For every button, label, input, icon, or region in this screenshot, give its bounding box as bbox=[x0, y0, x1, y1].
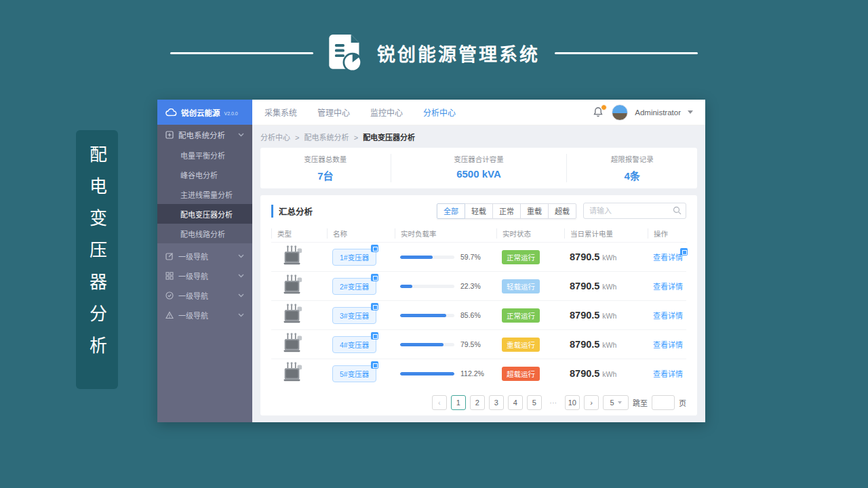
tag-badge-icon bbox=[371, 361, 378, 369]
breadcrumb-distribution-analysis[interactable]: 配电系统分析 bbox=[304, 134, 349, 142]
view-details-link[interactable]: 查看详情 bbox=[653, 339, 683, 350]
table-row: 4#变压器 79.5% 重载运行 8790.5kWh bbox=[271, 329, 686, 359]
transformer-name-button[interactable]: 1#变压器 bbox=[332, 249, 376, 266]
view-details-link[interactable]: 查看详情 bbox=[653, 251, 683, 262]
pagination-page-10[interactable]: 10 bbox=[565, 395, 580, 410]
search-input[interactable] bbox=[583, 203, 686, 219]
stat-value: 4条 bbox=[567, 168, 697, 182]
status-badge: 超载运行 bbox=[502, 367, 540, 381]
energy-value: 8790.5 bbox=[570, 310, 599, 321]
energy-unit: kWh bbox=[602, 283, 616, 291]
load-percentage: 85.6% bbox=[460, 311, 481, 319]
sidebar-item-main-line-demand[interactable]: 主进线需量分析 bbox=[157, 184, 252, 204]
user-menu-caret-icon[interactable] bbox=[688, 110, 693, 114]
select-caret-icon bbox=[618, 401, 622, 404]
summary-title: 汇总分析 bbox=[271, 205, 313, 218]
content-area: 分析中心 > 配电系统分析 > 配电变压器分析 变压器总数量 7台 变压器合计容… bbox=[252, 125, 705, 422]
dashboard-window: 锐创云能源 V2.0.0 配电系统分析 电量平衡分析 峰谷电分析 主进线需量分析… bbox=[157, 100, 705, 422]
energy-value: 8790.5 bbox=[570, 339, 599, 350]
load-percentage: 112.2% bbox=[460, 369, 484, 378]
page-title: 锐创能源管理系统 bbox=[377, 40, 540, 66]
sidebar-nav-list: 一级导航 一级导航 bbox=[157, 243, 252, 325]
column-load-rate: 实时负载率 bbox=[395, 228, 496, 239]
tab-monitoring-center[interactable]: 监控中心 bbox=[370, 106, 403, 118]
tag-badge-icon bbox=[371, 245, 378, 252]
column-name: 名称 bbox=[327, 228, 395, 239]
menu-group-distribution: 配电系统分析 电量平衡分析 峰谷电分析 主进线需量分析 配电变压器分析 配电线路… bbox=[157, 125, 252, 243]
filter-heavy-load[interactable]: 重载 bbox=[520, 203, 549, 219]
username: Administrator bbox=[635, 108, 681, 117]
sidebar-item-nav-2[interactable]: 一级导航 bbox=[157, 266, 252, 285]
filter-light-load[interactable]: 轻载 bbox=[465, 203, 493, 219]
sidebar-item-nav-4[interactable]: 一级导航 bbox=[157, 305, 252, 325]
sidebar-item-nav-1[interactable]: 一级导航 bbox=[157, 246, 252, 266]
pagination-page-4[interactable]: 4 bbox=[508, 395, 523, 410]
transformer-name-button[interactable]: 4#变压器 bbox=[332, 336, 376, 353]
table-row: 5#变压器 112.2% 超载运行 8790.5kWh bbox=[271, 359, 686, 388]
filter-overload[interactable]: 超载 bbox=[548, 203, 576, 219]
summary-card: 汇总分析 全部 轻载 正常 重载 超载 bbox=[260, 195, 697, 415]
load-progress-track bbox=[400, 343, 454, 346]
pagination-page-2[interactable]: 2 bbox=[470, 395, 485, 410]
sidebar-item-label: 一级导航 bbox=[178, 270, 208, 281]
column-type: 类型 bbox=[271, 228, 327, 239]
sidebar-item-nav-3[interactable]: 一级导航 bbox=[157, 285, 252, 305]
sidebar-item-transformer-analysis[interactable]: 配电变压器分析 bbox=[157, 204, 252, 224]
sidebar-item-line-analysis[interactable]: 配电线路分析 bbox=[157, 224, 252, 243]
notification-bell-icon[interactable] bbox=[593, 106, 605, 119]
view-details-link[interactable]: 查看详情 bbox=[653, 310, 683, 321]
load-progress-track bbox=[400, 314, 454, 317]
search-icon[interactable] bbox=[673, 206, 682, 215]
jump-page-input[interactable] bbox=[652, 395, 675, 410]
pagination-page-5[interactable]: 5 bbox=[527, 395, 542, 410]
chevron-down-icon bbox=[238, 293, 244, 298]
energy-unit: kWh bbox=[602, 341, 616, 349]
tab-collection-system[interactable]: 采集系统 bbox=[264, 106, 297, 118]
stat-total-capacity: 变压器合计容量 6500 kVA bbox=[391, 154, 567, 182]
stat-value: 7台 bbox=[260, 168, 391, 182]
transformer-name-button[interactable]: 2#变压器 bbox=[332, 278, 376, 295]
pagination-page-1[interactable]: 1 bbox=[451, 395, 466, 410]
filter-all[interactable]: 全部 bbox=[437, 203, 465, 219]
pagination-prev-button[interactable]: ‹ bbox=[432, 395, 447, 410]
stat-label: 变压器合计容量 bbox=[391, 154, 567, 164]
chevron-down-icon bbox=[238, 254, 244, 258]
pagination-next-button[interactable]: › bbox=[584, 395, 599, 410]
table-row: 3#变压器 85.6% 正常运行 8790.5kWh bbox=[271, 300, 686, 329]
energy-unit: kWh bbox=[602, 312, 616, 320]
view-details-link[interactable]: 查看详情 bbox=[653, 281, 683, 291]
column-daily-energy: 当日累计电量 bbox=[564, 228, 648, 239]
top-navigation: 采集系统 管理中心 监控中心 分析中心 Administrator bbox=[252, 100, 705, 125]
breadcrumb-current: 配电变压器分析 bbox=[363, 134, 415, 142]
load-progress-bar bbox=[400, 256, 433, 259]
transformer-name-button[interactable]: 5#变压器 bbox=[332, 365, 376, 382]
sidebar-item-peak-valley[interactable]: 峰谷电分析 bbox=[157, 165, 252, 184]
stat-value: 6500 kVA bbox=[391, 168, 567, 180]
transformer-name-button[interactable]: 3#变压器 bbox=[332, 307, 376, 324]
sidebar-item-distribution-analysis[interactable]: 配电系统分析 bbox=[157, 125, 252, 145]
load-progress-bar bbox=[400, 372, 454, 375]
energy-value: 8790.5 bbox=[570, 281, 599, 291]
tab-analysis-center[interactable]: 分析中心 bbox=[423, 106, 456, 118]
sidebar-item-label: 一级导航 bbox=[178, 290, 208, 301]
filter-normal[interactable]: 正常 bbox=[492, 203, 521, 219]
pagination: ‹ 1 2 3 4 5 ··· 10 › 5 跳至 页 bbox=[271, 389, 686, 410]
column-status: 实时状态 bbox=[496, 228, 564, 239]
chevron-down-icon bbox=[238, 313, 244, 317]
filter-group: 全部 轻载 正常 重载 超载 bbox=[437, 203, 576, 219]
breadcrumb-separator: > bbox=[354, 134, 358, 142]
pagination-page-3[interactable]: 3 bbox=[489, 395, 504, 410]
sidebar-item-power-balance[interactable]: 电量平衡分析 bbox=[157, 145, 252, 165]
page-size-select[interactable]: 5 bbox=[603, 395, 629, 410]
table-header: 类型 名称 实时负载率 实时状态 当日累计电量 操作 bbox=[271, 225, 686, 242]
view-details-link[interactable]: 查看详情 bbox=[653, 368, 683, 379]
breadcrumb-analysis-center[interactable]: 分析中心 bbox=[260, 134, 290, 142]
column-actions: 操作 bbox=[648, 228, 686, 239]
hero-divider-right bbox=[555, 52, 698, 54]
tab-management-center[interactable]: 管理中心 bbox=[317, 106, 350, 118]
summary-header: 汇总分析 全部 轻载 正常 重载 超载 bbox=[271, 203, 686, 219]
user-avatar[interactable] bbox=[612, 104, 628, 121]
grid-icon bbox=[165, 272, 174, 280]
main-area: 采集系统 管理中心 监控中心 分析中心 Administrator 分析中心 bbox=[252, 100, 705, 422]
notification-badge bbox=[601, 104, 607, 110]
